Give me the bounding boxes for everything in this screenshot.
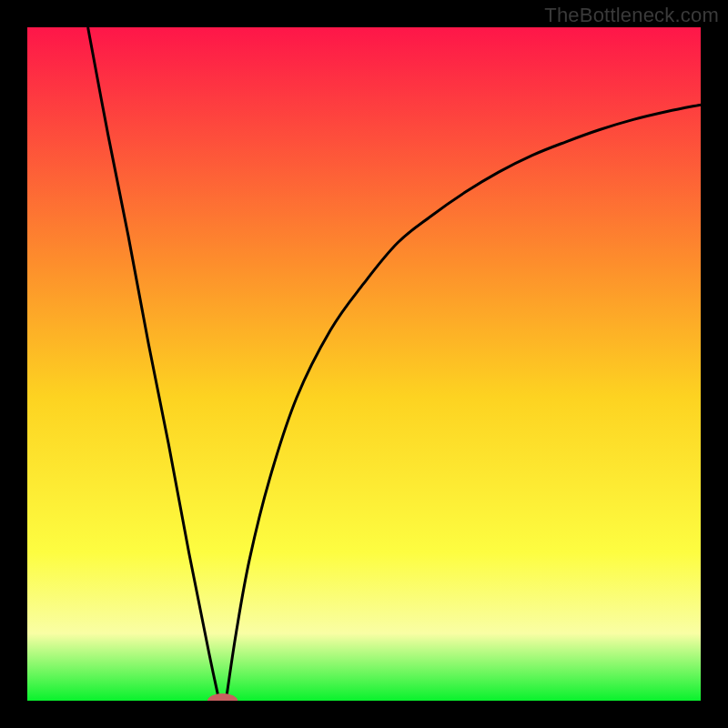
watermark-text: TheBottleneck.com: [544, 4, 719, 27]
plot-area: [27, 27, 701, 701]
chart-frame: TheBottleneck.com: [0, 0, 728, 728]
chart-svg: [27, 27, 701, 701]
